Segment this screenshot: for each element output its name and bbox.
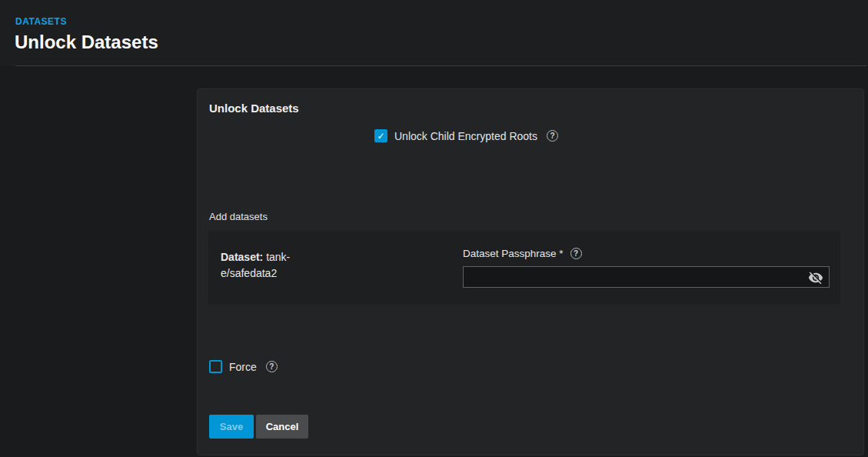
force-label: Force bbox=[229, 361, 257, 373]
header-divider bbox=[15, 65, 866, 66]
cancel-button[interactable]: Cancel bbox=[256, 415, 308, 439]
unlock-datasets-card: Unlock Datasets ✓ Unlock Child Encrypted… bbox=[197, 88, 864, 455]
force-row: ✓ Force ? bbox=[209, 360, 278, 373]
save-button[interactable]: Save bbox=[209, 415, 254, 439]
passphrase-input-wrap bbox=[463, 266, 830, 288]
unlock-datasets-screen: DATASETS Unlock Datasets Unlock Datasets… bbox=[0, 0, 868, 457]
page-header: DATASETS Unlock Datasets bbox=[0, 0, 868, 66]
passphrase-label-row: Dataset Passphrase * ? bbox=[463, 248, 830, 259]
checkmark-icon: ✓ bbox=[377, 132, 384, 141]
dataset-name-text: Dataset: tank-e/safedata2 bbox=[221, 249, 311, 282]
dataset-panel: Dataset: tank-e/safedata2 Dataset Passph… bbox=[208, 231, 840, 304]
unlock-child-checkbox[interactable]: ✓ bbox=[374, 129, 387, 142]
breadcrumb-datasets[interactable]: DATASETS bbox=[15, 16, 67, 27]
passphrase-input[interactable] bbox=[464, 267, 829, 287]
unlock-child-help-icon[interactable]: ? bbox=[547, 130, 558, 142]
force-checkbox[interactable]: ✓ bbox=[209, 360, 222, 373]
dataset-label: Dataset: bbox=[221, 251, 263, 263]
page-title: Unlock Datasets bbox=[15, 32, 158, 53]
add-datasets-label: Add datasets bbox=[209, 211, 268, 222]
unlock-child-label: Unlock Child Encrypted Roots bbox=[394, 130, 537, 142]
passphrase-help-icon[interactable]: ? bbox=[570, 248, 582, 259]
passphrase-label: Dataset Passphrase * bbox=[463, 248, 564, 259]
passphrase-field-group: Dataset Passphrase * ? bbox=[463, 248, 830, 288]
unlock-child-row: ✓ Unlock Child Encrypted Roots ? bbox=[374, 129, 558, 142]
eye-off-icon[interactable] bbox=[808, 270, 823, 285]
card-title: Unlock Datasets bbox=[209, 102, 299, 115]
force-help-icon[interactable]: ? bbox=[266, 361, 278, 372]
